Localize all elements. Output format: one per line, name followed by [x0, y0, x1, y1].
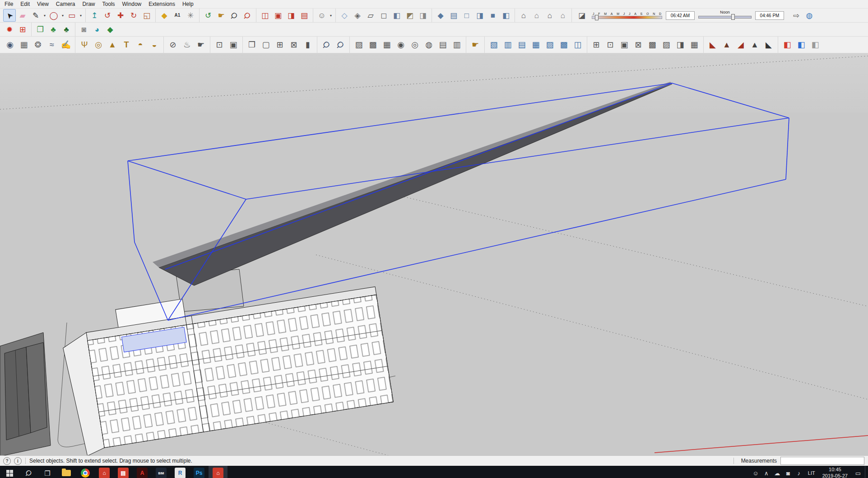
front-view[interactable]: □ — [460, 9, 473, 22]
arc-tool[interactable]: ◯ — [47, 9, 60, 22]
viewport[interactable] — [0, 53, 868, 455]
rectangle-tool-dropdown[interactable]: ▾ — [79, 9, 83, 21]
3d-warehouse-button[interactable]: ⌂ — [517, 9, 530, 22]
back-edges-style[interactable]: ◈ — [351, 9, 364, 22]
relax-tool[interactable]: ▦ — [687, 38, 701, 52]
shadow-date-thumb[interactable] — [595, 15, 599, 20]
back-view[interactable]: ■ — [487, 9, 499, 22]
show-desktop-button[interactable] — [865, 466, 868, 478]
zoom-extents-tool[interactable]: Ϙ — [241, 9, 254, 22]
tray-cloud-icon[interactable]: ☁ — [772, 466, 783, 478]
paint-bucket-tool[interactable]: ◆ — [158, 9, 171, 22]
pan-tool[interactable]: ☛ — [215, 9, 227, 22]
rotate-tool[interactable]: ↻ — [127, 9, 140, 22]
menu-edit[interactable]: Edit — [17, 0, 33, 8]
component-split-tool[interactable]: ◫ — [571, 38, 585, 52]
shadow-time-slider[interactable]: Noon — [698, 10, 752, 20]
burst-tool[interactable]: ❂ — [31, 38, 45, 52]
select-hand-tool[interactable]: ☛ — [469, 38, 482, 52]
sun-plugin-tool[interactable]: ✹ — [3, 23, 16, 36]
person-tool[interactable]: ☺ — [316, 9, 328, 22]
hidden-line-style[interactable]: ◻ — [377, 9, 390, 22]
ridge-tool[interactable]: ◣ — [762, 38, 775, 52]
stage-tool[interactable]: ⊡ — [213, 38, 226, 52]
menu-window[interactable]: Window — [119, 0, 145, 8]
taskbar-photoshop[interactable]: Ps — [190, 466, 209, 478]
wrap-tool[interactable]: ◨ — [673, 38, 687, 52]
zoom-photo-tool[interactable]: Ϙ — [320, 38, 333, 52]
wave-tool[interactable]: ≈ — [45, 38, 59, 52]
menu-help[interactable]: Help — [179, 0, 197, 8]
shadow-toggle-button[interactable]: ◪ — [576, 9, 588, 22]
position-camera-tool[interactable]: ◫ — [259, 9, 271, 22]
component-swap-tool[interactable]: ▨ — [543, 38, 557, 52]
top-view[interactable]: ▤ — [447, 9, 460, 22]
walk-tool[interactable]: ◨ — [285, 9, 297, 22]
pin-tool[interactable]: T — [120, 38, 133, 52]
uv-map-tool[interactable]: ⊠ — [631, 38, 645, 52]
sketch-hand-tool[interactable]: ✍ — [59, 38, 73, 52]
taskbar-start-button[interactable] — [0, 466, 19, 478]
window-grid-tool[interactable]: ⊞ — [273, 38, 287, 52]
shield-tool[interactable]: ◙ — [78, 23, 90, 36]
blue-cube-tool[interactable]: ◧ — [794, 38, 808, 52]
globe-tool[interactable]: ◍ — [803, 9, 816, 22]
orbit-tool[interactable]: ↺ — [202, 9, 214, 22]
move-tool[interactable]: ✚ — [114, 9, 127, 22]
red-cube-tool[interactable]: ◧ — [780, 38, 794, 52]
send-to-layout-button[interactable]: ⇨ — [790, 9, 803, 22]
image-tool[interactable]: ▤ — [298, 9, 311, 22]
shaded-style[interactable]: ◧ — [390, 9, 403, 22]
taskbar-revit[interactable]: R — [171, 466, 190, 478]
wineglass-tool[interactable]: Ψ — [78, 38, 91, 52]
menu-tools[interactable]: Tools — [99, 0, 119, 8]
look-around-tool[interactable]: ▣ — [272, 9, 284, 22]
shadow-time-track[interactable] — [698, 16, 752, 19]
menu-file[interactable]: File — [1, 0, 17, 8]
subdivide-tool[interactable]: ⊡ — [603, 38, 617, 52]
arc-tool-dropdown[interactable]: ▾ — [60, 9, 65, 21]
action-center-icon[interactable]: ▭ — [852, 466, 864, 478]
line-tool[interactable]: ✎ — [29, 9, 42, 22]
component-merge-tool[interactable]: ▩ — [557, 38, 571, 52]
forest-tool[interactable]: ♣ — [60, 23, 73, 36]
extension-warehouse-button[interactable]: ⌂ — [543, 9, 556, 22]
taskbar-chrome[interactable] — [76, 466, 95, 478]
checker-cube-tool[interactable]: ▦ — [380, 38, 394, 52]
taskbar-file-explorer[interactable] — [57, 466, 76, 478]
terrain-texture-tool[interactable]: ▲ — [720, 38, 733, 52]
menu-draw[interactable]: Draw — [79, 0, 99, 8]
window-maximize-tool[interactable]: ❐ — [245, 38, 259, 52]
white-cube-tool[interactable]: ◧ — [808, 38, 822, 52]
shaded-textures-style[interactable]: ◩ — [404, 9, 416, 22]
follow-me-tool[interactable]: ↺ — [101, 9, 114, 22]
tray-volume-icon[interactable]: ♪ — [794, 466, 804, 478]
shadow-date-slider[interactable]: JFMAMJJASOND — [592, 12, 662, 19]
bake-texture-tool[interactable]: ▩ — [645, 38, 659, 52]
tree-window-tool[interactable]: ❐ — [34, 23, 46, 36]
model-library-button[interactable]: ⌂ — [557, 9, 569, 22]
dark-building[interactable] — [0, 333, 51, 455]
proxy-tool[interactable]: ▨ — [659, 38, 673, 52]
droplet-tool[interactable]: ◕ — [91, 23, 103, 36]
weave-tool[interactable]: ▥ — [450, 38, 464, 52]
scale-tool[interactable]: ◱ — [140, 9, 153, 22]
axes-tool[interactable]: ✳ — [184, 9, 197, 22]
right-view[interactable]: ◨ — [473, 9, 486, 22]
left-view[interactable]: ◧ — [500, 9, 512, 22]
wireframe-style[interactable]: ▱ — [364, 9, 377, 22]
push-pull-tool[interactable]: ↥ — [88, 9, 101, 22]
info-icon[interactable]: i — [14, 457, 22, 465]
mesh-cube-tool[interactable]: ▩ — [366, 38, 380, 52]
text-tool[interactable]: A1 — [171, 9, 184, 22]
roof-texture-tool[interactable]: ◣ — [706, 38, 719, 52]
component-edit-tool[interactable]: ▥ — [501, 38, 515, 52]
grid-plugin-tool[interactable]: ⊞ — [16, 23, 29, 36]
taskbar-sketchup[interactable]: ⌂ — [95, 466, 114, 478]
measurements-input[interactable] — [780, 457, 864, 465]
window-frame-tool[interactable]: ▢ — [259, 38, 273, 52]
slope-tool[interactable]: ◢ — [734, 38, 747, 52]
cone-tool[interactable]: ▲ — [106, 38, 119, 52]
shadow-volume-side[interactable] — [159, 84, 672, 286]
dot-grid-tool[interactable]: ▤ — [436, 38, 450, 52]
